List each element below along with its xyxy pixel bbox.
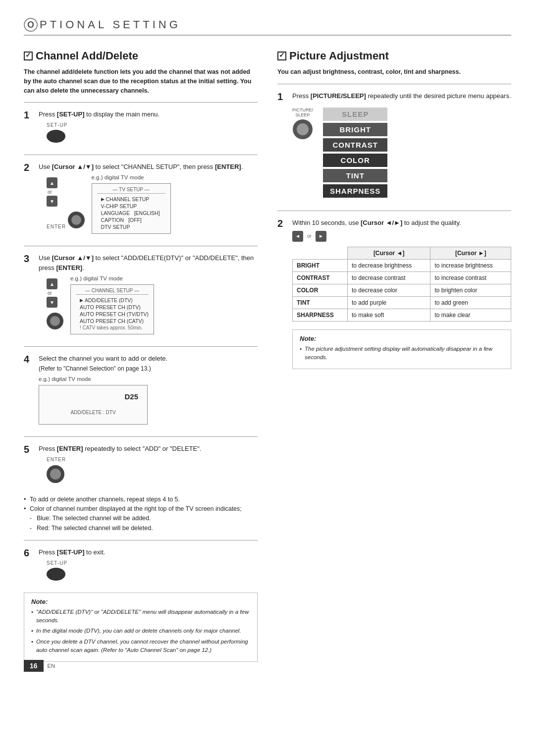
tv-screen-3: — CHANNEL SETUP — ADD/DELETE (DTV) AUTO … bbox=[70, 284, 154, 334]
step-4-content: Select the channel you want to add or de… bbox=[39, 354, 258, 430]
picture-menu-list: SLEEP BRIGHT CONTRAST COLOR TINT SHARPNE… bbox=[323, 108, 387, 198]
bullet-item-1: To add or delete another channels, repea… bbox=[24, 495, 258, 504]
step-5-content: Press [ENTER] repeatedly to select "ADD"… bbox=[39, 444, 258, 488]
enter-button-icon-5 bbox=[47, 465, 64, 483]
step-5-text: Press [ENTER] repeatedly to select "ADD"… bbox=[39, 444, 258, 454]
left-section-desc: The channel add/delete function lets you… bbox=[24, 67, 258, 95]
enter-button-icon-2 bbox=[68, 212, 85, 228]
table-col-cursor-left: [Cursor ◄] bbox=[347, 247, 430, 259]
left-section-title: Channel Add/Delete bbox=[24, 50, 258, 62]
picture-sleep-label: PICTURE/SLEEP bbox=[292, 108, 313, 117]
right-step-2-text: Within 10 seconds, use [Cursor ◄/►] to a… bbox=[292, 218, 511, 228]
cursor-down-row: ▼ bbox=[47, 196, 57, 207]
eg-label-3: e.g.) digital TV mode bbox=[70, 275, 154, 281]
step-5-remote: ENTER bbox=[47, 457, 258, 483]
pm-tint: TINT bbox=[323, 169, 387, 182]
tv-item-caption: CAPTION [OFF] bbox=[97, 216, 165, 223]
table-bright-left: to decrease brightness bbox=[347, 259, 430, 271]
step-4-num: 4 bbox=[24, 354, 35, 365]
table-contrast-left: to decrease contrast bbox=[347, 271, 430, 284]
right-step-2-num: 2 bbox=[277, 218, 288, 229]
table-row-color: COLOR to decrease color to brighten colo… bbox=[293, 284, 511, 296]
page-header: O PTIONAL SETTING bbox=[24, 18, 511, 36]
left-note-box: Note: "ADD/DELETE (DTV)" or "ADD/DELETE"… bbox=[24, 593, 258, 662]
step-2-num: 2 bbox=[24, 162, 35, 173]
table-color-right: to brighten color bbox=[430, 284, 511, 296]
right-note-1: The picture adjustment setting display w… bbox=[300, 345, 504, 362]
table-col-cursor-right: [Cursor ►] bbox=[430, 247, 511, 259]
dash-item-blue: Blue: The selected channel will be added… bbox=[30, 513, 258, 523]
table-col-0 bbox=[293, 247, 348, 259]
tv-title-2: — TV SETUP — bbox=[97, 187, 165, 194]
right-step-1-content: Press [PICTURE/SLEEP] repeatedly until t… bbox=[292, 91, 511, 204]
step-6: 6 Press [SET-UP] to exit. SET-UP bbox=[24, 547, 258, 586]
checkbox-icon bbox=[24, 52, 33, 60]
right-step-2: 2 Within 10 seconds, use [Cursor ◄/►] to… bbox=[277, 218, 511, 369]
table-contrast-right: to increase contrast bbox=[430, 271, 511, 284]
right-section-title: Picture Adjustment bbox=[277, 50, 511, 62]
picture-sleep-button-icon bbox=[293, 119, 313, 139]
page: O PTIONAL SETTING Channel Add/Delete The… bbox=[0, 0, 535, 682]
table-sharpness-left: to make soft bbox=[347, 309, 430, 321]
adjustment-table: [Cursor ◄] [Cursor ►] BRIGHT to decrease… bbox=[292, 247, 511, 322]
step-1: 1 Press [SET-UP] to display the main men… bbox=[24, 109, 258, 148]
pm-color: COLOR bbox=[323, 154, 387, 167]
left-note-3: Once you delete a DTV channel, you canno… bbox=[31, 638, 250, 655]
arrow-down-icon-3: ▼ bbox=[47, 297, 57, 308]
or-label-1: or bbox=[48, 189, 52, 195]
or-text-lr: or bbox=[307, 233, 312, 239]
tv-item-auto-tvdtv: AUTO PRESET CH (TV/DTV) bbox=[76, 311, 149, 318]
table-row-contrast: CONTRAST to decrease contrast to increas… bbox=[293, 271, 511, 284]
right-step-2-content: Within 10 seconds, use [Cursor ◄/►] to a… bbox=[292, 218, 511, 369]
step-5-num: 5 bbox=[24, 444, 35, 455]
step-6-text: Press [SET-UP] to exit. bbox=[39, 547, 258, 557]
table-tint-right: to add green bbox=[430, 296, 511, 309]
picture-sleep-remote: PICTURE/SLEEP bbox=[292, 108, 313, 139]
pm-sleep: SLEEP bbox=[323, 108, 387, 121]
tv-title-3: — CHANNEL SETUP — bbox=[76, 288, 149, 295]
tv-item-auto-catv: AUTO PRESET CH (CATV) bbox=[76, 318, 149, 324]
dash-list: Blue: The selected channel will be added… bbox=[30, 513, 258, 533]
table-label-sharpness: SHARPNESS bbox=[293, 309, 348, 321]
step-6-content: Press [SET-UP] to exit. SET-UP bbox=[39, 547, 258, 586]
step-2-content: Use [Cursor ▲/▼] to select "CHANNEL SETU… bbox=[39, 162, 258, 239]
dash-item-red: Red: The selected channel will be delete… bbox=[30, 523, 258, 533]
tv-item-channel-setup: CHANNEL SETUP bbox=[97, 196, 165, 203]
right-note-title: Note: bbox=[300, 335, 504, 342]
tv-screen-4: D25 ADD/DELETE : DTV bbox=[39, 385, 148, 425]
bullet-item-2: Color of channel number displayed at the… bbox=[24, 504, 258, 514]
header-circle-o: O bbox=[24, 18, 38, 32]
page-number: 16 bbox=[24, 660, 44, 672]
enter-button-icon-3 bbox=[47, 313, 63, 329]
right-note-box: Note: The picture adjustment setting dis… bbox=[292, 329, 511, 370]
table-label-tint: TINT bbox=[293, 296, 348, 309]
table-row-bright: BRIGHT to decrease brightness to increas… bbox=[293, 259, 511, 271]
page-footer: 16 EN bbox=[0, 660, 535, 672]
step-1-text: Press [SET-UP] to display the main menu. bbox=[39, 109, 258, 119]
enter-btn-wrap: ENTER bbox=[47, 211, 85, 230]
step-2: 2 Use [Cursor ▲/▼] to select "CHANNEL SE… bbox=[24, 162, 258, 239]
eg-label-2: e.g.) digital TV mode bbox=[92, 174, 171, 180]
arrow-up-icon-3: ▲ bbox=[47, 278, 57, 289]
table-sharpness-right: to make clear bbox=[430, 309, 511, 321]
tv-item-add-delete-dtv: ADD/DELETE (DTV) bbox=[76, 297, 149, 304]
eg-label-4: e.g.) digital TV mode bbox=[39, 376, 258, 382]
tv-item-catv-note: ! CATV takes approx. 50min. bbox=[76, 324, 149, 331]
enter-label-2: ENTER bbox=[47, 224, 66, 229]
tv-item-vchip: V-CHIP SETUP bbox=[97, 203, 165, 210]
left-note-title: Note: bbox=[31, 598, 250, 605]
tv-screen-2: — TV SETUP — CHANNEL SETUP V-CHIP SETUP … bbox=[92, 183, 171, 234]
arrow-down-icon: ▼ bbox=[47, 196, 57, 207]
setup-label-6: SET-UP bbox=[47, 560, 67, 566]
cursor-up-row: ▲ bbox=[47, 177, 57, 188]
step-4: 4 Select the channel you want to add or … bbox=[24, 354, 258, 430]
cursor-down-row-3: ▼ bbox=[47, 297, 57, 308]
step-6-num: 6 bbox=[24, 547, 35, 559]
step-5: 5 Press [ENTER] repeatedly to select "AD… bbox=[24, 444, 258, 488]
page-lang: EN bbox=[48, 663, 55, 669]
right-title-text: Picture Adjustment bbox=[289, 50, 389, 62]
cursor-left-icon: ◄ bbox=[292, 231, 303, 242]
table-row-tint: TINT to add purple to add green bbox=[293, 296, 511, 309]
step-2-cursor-group: ▲ or ▼ ENTER bbox=[47, 177, 85, 230]
bullet-list: To add or delete another channels, repea… bbox=[24, 495, 258, 514]
